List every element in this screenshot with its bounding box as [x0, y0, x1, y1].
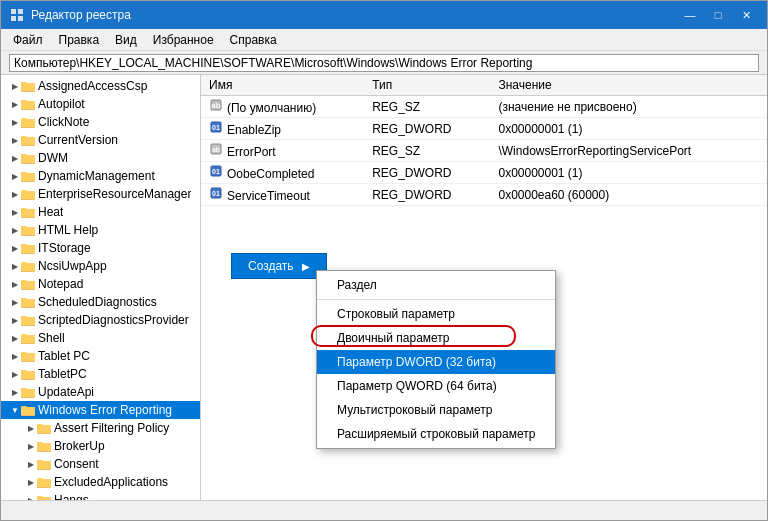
row-name: 01OobeCompleted: [201, 162, 364, 184]
context-menu-item[interactable]: Расширяемый строковый параметр: [317, 422, 555, 446]
col-type[interactable]: Тип: [364, 75, 490, 96]
maximize-button[interactable]: □: [705, 5, 731, 25]
folder-icon: [21, 295, 35, 309]
row-value: \WindowsErrorReportingServicePort: [490, 140, 767, 162]
svg-rect-48: [21, 335, 35, 343]
tree-item[interactable]: ▶ BrokerUp: [1, 437, 200, 455]
table-row[interactable]: abErrorPortREG_SZ\WindowsErrorReportingS…: [201, 140, 767, 162]
tree-item[interactable]: ▶ Shell: [1, 329, 200, 347]
menu-edit[interactable]: Правка: [51, 31, 108, 49]
expand-arrow-icon: ▶: [9, 368, 21, 380]
expand-arrow-icon: ▶: [9, 332, 21, 344]
svg-rect-57: [21, 389, 35, 397]
app-icon: [9, 7, 25, 23]
expand-arrow-icon: ▶: [9, 296, 21, 308]
address-value[interactable]: Компьютер\HKEY_LOCAL_MACHINE\SOFTWARE\Mi…: [9, 54, 759, 72]
tree-item[interactable]: ▼ Windows Error Reporting: [1, 401, 200, 419]
tree-item-label: ScriptedDiagnosticsProvider: [38, 313, 189, 327]
tree-item[interactable]: ▶ AssignedAccessCsp: [1, 77, 200, 95]
svg-text:ab: ab: [212, 146, 220, 153]
table-row[interactable]: 01ServiceTimeoutREG_DWORD0x0000ea60 (600…: [201, 184, 767, 206]
svg-rect-18: [21, 155, 35, 163]
folder-icon: [21, 205, 35, 219]
col-name[interactable]: Имя: [201, 75, 364, 96]
svg-rect-15: [21, 137, 35, 145]
tree-item[interactable]: ▶ TabletPC: [1, 365, 200, 383]
tree-item[interactable]: ▶ ClickNote: [1, 113, 200, 131]
tree-item[interactable]: ▶ Notepad: [1, 275, 200, 293]
address-bar: Компьютер\HKEY_LOCAL_MACHINE\SOFTWARE\Mi…: [1, 51, 767, 75]
svg-rect-54: [21, 371, 35, 379]
svg-rect-45: [21, 317, 35, 325]
menu-help[interactable]: Справка: [222, 31, 285, 49]
tree-item[interactable]: ▶ ExcludedApplications: [1, 473, 200, 491]
svg-text:01: 01: [212, 168, 220, 175]
menu-view[interactable]: Вид: [107, 31, 145, 49]
table-row[interactable]: 01EnableZipREG_DWORD0x00000001 (1): [201, 118, 767, 140]
tree-item[interactable]: ▶ Heat: [1, 203, 200, 221]
dword-icon: 01: [209, 120, 223, 134]
tree-item[interactable]: ▶ Autopilot: [1, 95, 200, 113]
context-menu-item[interactable]: Параметр QWORD (64 бита): [317, 374, 555, 398]
tree-item-label: UpdateApi: [38, 385, 94, 399]
col-value[interactable]: Значение: [490, 75, 767, 96]
registry-table: Имя Тип Значение ab(По умолчанию)REG_SZ(…: [201, 75, 767, 206]
tree-item[interactable]: ▶ ITStorage: [1, 239, 200, 257]
menu-bar: Файл Правка Вид Избранное Справка: [1, 29, 767, 51]
svg-rect-9: [21, 101, 35, 109]
close-button[interactable]: ✕: [733, 5, 759, 25]
svg-rect-33: [21, 245, 35, 253]
row-type: REG_DWORD: [364, 184, 490, 206]
svg-rect-51: [21, 353, 35, 361]
folder-icon: [37, 493, 51, 500]
menu-separator: [317, 299, 555, 300]
row-type: REG_SZ: [364, 96, 490, 118]
tree-item-label: HTML Help: [38, 223, 98, 237]
tree-item-label: Windows Error Reporting: [38, 403, 172, 417]
context-menu-item[interactable]: Строковый параметр: [317, 302, 555, 326]
table-row[interactable]: ab(По умолчанию)REG_SZ(значение не присв…: [201, 96, 767, 118]
context-menu-item[interactable]: Параметр DWORD (32 бита): [317, 350, 555, 374]
tree-item[interactable]: ▶ Hangs: [1, 491, 200, 500]
minimize-button[interactable]: —: [677, 5, 703, 25]
tree-item-label: DWM: [38, 151, 68, 165]
tree-item[interactable]: ▶ ScheduledDiagnostics: [1, 293, 200, 311]
menu-file[interactable]: Файл: [5, 31, 51, 49]
expand-arrow-icon: ▶: [9, 242, 21, 254]
row-type: REG_DWORD: [364, 162, 490, 184]
row-name: 01EnableZip: [201, 118, 364, 140]
folder-icon: [37, 475, 51, 489]
context-menu-item[interactable]: Мультистроковый параметр: [317, 398, 555, 422]
tree-item[interactable]: ▶ Tablet PC: [1, 347, 200, 365]
expand-arrow-icon: ▶: [9, 260, 21, 272]
tree-panel[interactable]: ▶ AssignedAccessCsp▶ Autopilot▶ ClickNot…: [1, 75, 201, 500]
tree-item[interactable]: ▶ DWM: [1, 149, 200, 167]
expand-arrow-icon: ▶: [9, 80, 21, 92]
tree-item[interactable]: ▶ CurrentVersion: [1, 131, 200, 149]
svg-text:ab: ab: [211, 101, 220, 110]
tree-item-label: Notepad: [38, 277, 83, 291]
dword-icon: 01: [209, 186, 223, 200]
tree-item[interactable]: ▶ Assert Filtering Policy: [1, 419, 200, 437]
tree-item-label: EnterpriseResourceManager: [38, 187, 191, 201]
tree-item[interactable]: ▶ UpdateApi: [1, 383, 200, 401]
tree-item-label: DynamicManagement: [38, 169, 155, 183]
tree-item[interactable]: ▶ NcsiUwpApp: [1, 257, 200, 275]
context-menu-item[interactable]: Двоичный параметр: [317, 326, 555, 350]
expand-arrow-icon: ▶: [25, 458, 37, 470]
tree-item[interactable]: ▶ DynamicManagement: [1, 167, 200, 185]
tree-item[interactable]: ▶ HTML Help: [1, 221, 200, 239]
create-button[interactable]: Создать ▶: [231, 253, 327, 279]
title-bar: Редактор реестра — □ ✕: [1, 1, 767, 29]
table-row[interactable]: 01OobeCompletedREG_DWORD0x00000001 (1): [201, 162, 767, 184]
context-menu-item[interactable]: Раздел: [317, 273, 555, 297]
tree-item[interactable]: ▶ Consent: [1, 455, 200, 473]
tree-item[interactable]: ▶ ScriptedDiagnosticsProvider: [1, 311, 200, 329]
folder-icon: [21, 133, 35, 147]
menu-favorites[interactable]: Избранное: [145, 31, 222, 49]
registry-editor-window: Редактор реестра — □ ✕ Файл Правка Вид И…: [0, 0, 768, 521]
folder-icon: [21, 367, 35, 381]
tree-item[interactable]: ▶ EnterpriseResourceManager: [1, 185, 200, 203]
svg-rect-42: [21, 299, 35, 307]
folder-icon: [21, 97, 35, 111]
